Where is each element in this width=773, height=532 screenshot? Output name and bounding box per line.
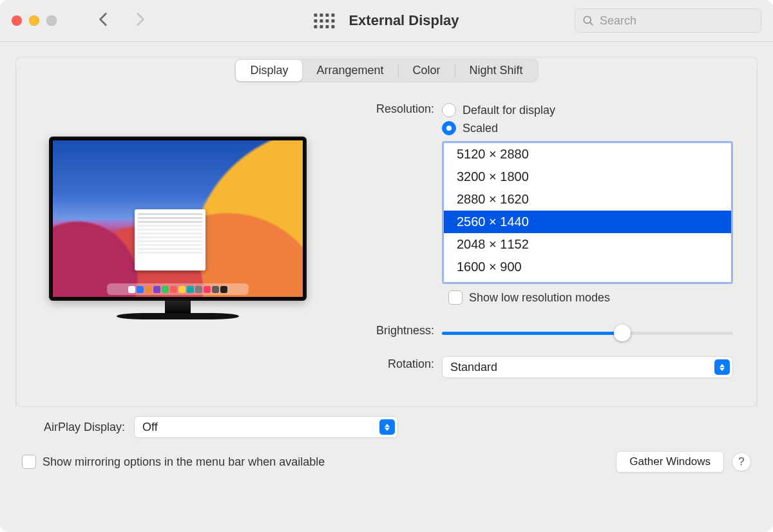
window-title: External Display [348, 12, 459, 29]
help-button[interactable]: ? [732, 452, 751, 471]
resolution-label: Resolution: [339, 101, 442, 116]
preferences-window: External Display Display Arrangement Col… [0, 0, 773, 532]
show-low-res-checkbox[interactable]: Show low resolution modes [448, 290, 733, 305]
tab-color[interactable]: Color [399, 60, 455, 81]
resolution-option[interactable]: 2048 × 1152 [444, 233, 731, 256]
checkbox-icon [22, 455, 36, 469]
svg-line-1 [590, 23, 593, 25]
radio-label: Scaled [463, 122, 498, 135]
monitor-image [49, 137, 307, 301]
select-value: Standard [450, 361, 497, 374]
checkbox-label: Show low resolution modes [469, 291, 610, 305]
resolution-option[interactable]: 1600 × 900 [444, 256, 731, 278]
monitor-preview [43, 101, 313, 385]
rotation-label: Rotation: [339, 356, 442, 371]
brightness-label: Brightness: [339, 323, 442, 337]
display-panel: Resolution: Default for display Scaled 5… [16, 70, 757, 407]
airplay-select[interactable]: Off [134, 416, 398, 438]
nav-buttons [95, 11, 148, 30]
traffic-lights [12, 15, 57, 26]
airplay-label: AirPlay Display: [22, 421, 125, 434]
tab-display[interactable]: Display [236, 60, 302, 81]
chevron-updown-icon [379, 419, 395, 435]
search-input[interactable] [600, 14, 754, 28]
tab-night-shift[interactable]: Night Shift [455, 60, 537, 81]
mirroring-checkbox[interactable]: Show mirroring options in the menu bar w… [22, 455, 325, 469]
radio-icon [442, 121, 456, 135]
rotation-select[interactable]: Standard [442, 356, 733, 378]
titlebar: External Display [0, 0, 773, 42]
search-field[interactable] [575, 8, 761, 33]
forward-button[interactable] [131, 11, 148, 30]
close-icon[interactable] [12, 15, 22, 26]
bottom-area: AirPlay Display: Off Show mirroring opti… [15, 407, 758, 473]
brightness-slider[interactable] [442, 325, 733, 341]
resolution-option[interactable]: 2880 × 1620 [444, 188, 731, 211]
minimize-icon[interactable] [29, 15, 39, 26]
gather-windows-button[interactable]: Gather Windows [616, 451, 724, 473]
tab-arrangement[interactable]: Arrangement [302, 60, 397, 81]
select-value: Off [142, 421, 158, 434]
checkbox-icon [448, 290, 463, 305]
radio-icon [442, 103, 456, 117]
resolution-default-radio[interactable]: Default for display [442, 101, 733, 119]
checkbox-label: Show mirroring options in the menu bar w… [43, 455, 325, 469]
back-button[interactable] [95, 11, 112, 30]
zoom-icon[interactable] [46, 15, 57, 26]
resolution-option[interactable]: 5120 × 2880 [444, 143, 731, 166]
tab-bar: Display Arrangement Color Night Shift [234, 59, 538, 82]
display-controls: Resolution: Default for display Scaled 5… [339, 101, 733, 385]
resolution-option[interactable]: 2560 × 1440 [444, 211, 731, 233]
show-all-icon[interactable] [314, 14, 334, 28]
resolution-list[interactable]: 5120 × 28803200 × 18002880 × 16202560 × … [442, 141, 733, 284]
radio-label: Default for display [463, 104, 555, 117]
resolution-option[interactable]: 3200 × 1800 [444, 166, 731, 188]
chevron-updown-icon [714, 359, 730, 375]
content-area: Display Arrangement Color Night Shift [0, 42, 773, 532]
resolution-scaled-radio[interactable]: Scaled [442, 119, 733, 137]
